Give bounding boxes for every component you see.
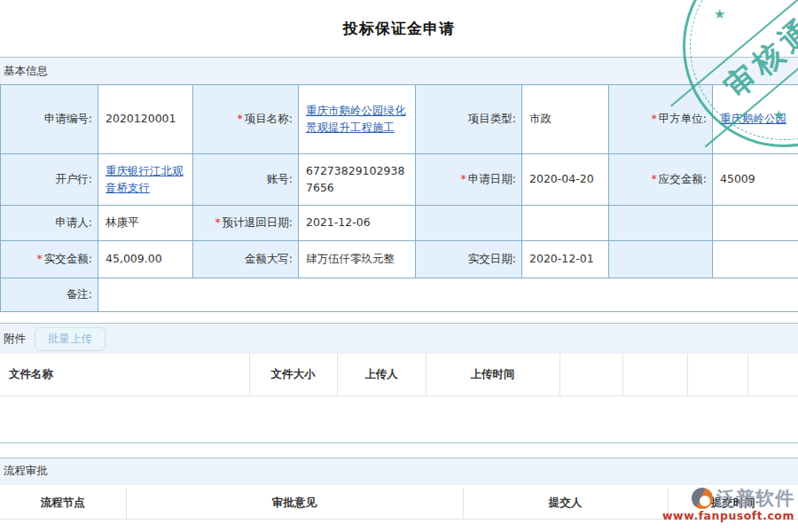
attachments-table: 文件名称 文件大小 上传人 上传时间 [0,354,798,396]
field-label-project-type: 项目类型: [416,85,522,154]
field-label-empty [609,241,713,278]
required-mark: * [652,112,657,125]
field-value-expected-return-date: 2021-12-06 [299,206,416,241]
title-bar: 投标保证金申请 [0,0,798,57]
field-label-remarks: 备注: [1,278,98,312]
section-basic-info: 基本信息 [0,57,798,84]
attachments-header-row: 文件名称 文件大小 上传人 上传时间 [0,354,798,395]
field-value-empty [713,206,798,241]
field-value-payable-amount: 45009 [713,154,798,206]
required-mark: * [652,172,657,185]
required-mark: * [37,252,43,265]
field-value-paid-date: 2020-12-01 [522,241,609,278]
field-value-amount-in-words: 肆万伍仟零玖元整 [299,241,416,278]
table-row: 开户行: 重庆银行江北观音桥支行 账号: 672738291029387656 … [1,154,798,206]
field-label-amount-in-words: 金额大写: [193,241,299,278]
field-label-application-no: 申请编号: [1,85,98,154]
approval-header-submitter: 提交人 [463,488,668,520]
section-attachments-title: 附件 [4,332,26,347]
owner-unit-link[interactable]: 重庆鹅岭公园 [720,112,786,125]
field-label-paid-date: 实交日期: [416,241,522,278]
batch-upload-button[interactable]: 批量上传 [35,327,106,351]
field-label-paid-amount: *实交金额: [1,241,98,278]
attachments-header-empty [687,354,747,395]
required-mark: * [215,215,221,229]
field-value-empty [522,206,609,241]
field-value-project-name: 重庆市鹅岭公园绿化景观提升工程施工 [299,85,416,154]
field-value-account-no: 672738291029387656 [299,154,416,206]
field-value-application-no: 2020120001 [98,85,193,154]
field-label-bank: 开户行: [1,154,98,206]
section-approval-title: 流程审批 [4,464,48,479]
attachments-header-empty [559,354,622,395]
field-value-applicant: 林康平 [98,206,193,241]
table-row: 备注: [1,278,798,312]
approval-header-opinion: 审批意见 [126,488,463,520]
section-approval: 流程审批 [0,458,798,485]
attachments-header-empty [622,354,687,395]
attachments-empty-area [0,396,798,443]
field-label-apply-date: *申请日期: [416,154,522,206]
required-mark: * [461,172,466,185]
field-label-project-name: *项目名称: [193,85,299,154]
page-title: 投标保证金申请 [343,19,455,39]
field-label-payable-amount: *应交金额: [609,154,713,206]
table-row: 申请人: 林康平 *预计退回日期: 2021-12-06 [1,206,798,241]
field-label-owner-unit: *甲方单位: [609,85,713,154]
approval-header-row: 流程节点 审批意见 提交人 提交时间 [0,488,798,520]
required-mark: * [238,112,243,125]
approval-header-flow-node: 流程节点 [0,488,126,520]
field-value-project-type: 市政 [522,85,609,154]
field-label-empty [609,206,713,241]
section-basic-info-title: 基本信息 [4,64,48,79]
field-label-expected-return-date: *预计退回日期: [193,206,299,241]
section-attachments: 附件 批量上传 [0,323,798,354]
field-value-bank: 重庆银行江北观音桥支行 [98,154,193,206]
attachments-header-uploader: 上传人 [337,354,426,395]
field-label-applicant: 申请人: [1,206,98,241]
field-value-owner-unit: 重庆鹅岭公园 [713,85,798,154]
project-name-link[interactable]: 重庆市鹅岭公园绿化景观提升工程施工 [306,104,406,133]
field-value-empty [713,241,798,278]
page: 投标保证金申请 基本信息 申请编号: 2020120001 *项目名称: 重庆市… [0,0,798,532]
basic-info-table: 申请编号: 2020120001 *项目名称: 重庆市鹅岭公园绿化景观提升工程施… [0,84,798,312]
table-row: *实交金额: 45,009.00 金额大写: 肆万伍仟零玖元整 实交日期: 20… [1,241,798,278]
field-label-empty [416,206,522,241]
field-value-remarks [98,278,798,312]
attachments-header-filesize: 文件大小 [249,354,337,395]
attachments-header-empty [747,354,798,395]
approval-table: 流程节点 审批意见 提交人 提交时间 [0,488,798,520]
attachments-header-filename: 文件名称 [0,354,249,395]
field-value-apply-date: 2020-04-20 [522,154,609,206]
field-value-paid-amount: 45,009.00 [98,241,193,278]
table-row: 申请编号: 2020120001 *项目名称: 重庆市鹅岭公园绿化景观提升工程施… [1,85,798,154]
approval-header-submit-time: 提交时间 [668,488,798,520]
field-label-account-no: 账号: [193,154,299,206]
bank-link[interactable]: 重庆银行江北观音桥支行 [106,164,184,193]
attachments-header-upload-time: 上传时间 [426,354,559,395]
